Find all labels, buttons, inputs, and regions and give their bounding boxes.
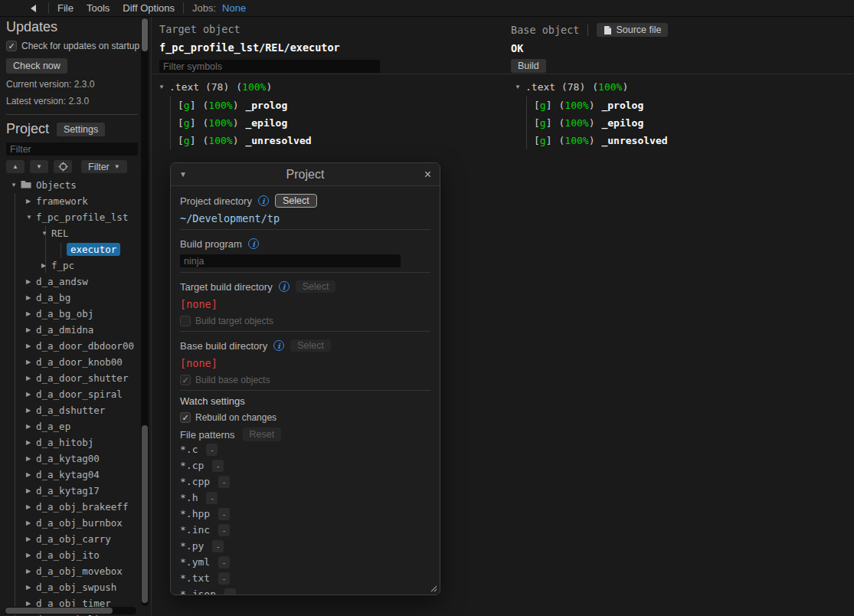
remove-pattern-button[interactable]: - xyxy=(224,588,236,596)
tree-item-d_a_obj_carry[interactable]: ▶d_a_obj_carry xyxy=(6,531,145,547)
tree-item-d_a_kytag04[interactable]: ▶d_a_kytag04 xyxy=(6,467,145,483)
info-icon[interactable]: i xyxy=(248,238,259,249)
chevron-right-icon[interactable]: ▶ xyxy=(26,439,36,446)
chevron-right-icon[interactable]: ▶ xyxy=(26,455,36,462)
tree-item-f_pc_profile_lst[interactable]: ▼f_pc_profile_lst xyxy=(6,209,145,225)
symbol-row-_prolog[interactable]: [g](100%)_prolog xyxy=(534,97,668,114)
base-build-directory-select-button[interactable]: Select xyxy=(290,339,331,352)
symbol-row-_prolog[interactable]: [g](100%)_prolog xyxy=(178,97,312,114)
chevron-right-icon[interactable]: ▶ xyxy=(41,262,51,269)
remove-pattern-button[interactable]: - xyxy=(218,508,230,520)
info-icon[interactable]: i xyxy=(279,281,290,292)
locate-current-button[interactable] xyxy=(54,160,72,173)
chevron-right-icon[interactable]: ▶ xyxy=(26,423,36,430)
chevron-right-icon[interactable]: ▶ xyxy=(26,600,36,607)
section-row[interactable]: ▼.text (78)(100%) xyxy=(515,78,668,95)
remove-pattern-button[interactable]: - xyxy=(206,492,218,504)
collapse-all-button[interactable]: ▲ xyxy=(6,160,25,173)
check-now-button[interactable]: Check now xyxy=(6,58,67,74)
symbol-row-_epilog[interactable]: [g](100%)_epilog xyxy=(178,114,312,132)
sidebar-hscrollbar-track[interactable] xyxy=(5,607,136,614)
back-button[interactable] xyxy=(26,2,40,15)
build-program-input[interactable] xyxy=(180,254,401,267)
symbol-row-_epilog[interactable]: [g](100%)_epilog xyxy=(534,114,668,132)
tree-item-d_a_dshutter[interactable]: ▶d_a_dshutter xyxy=(6,402,145,418)
chevron-right-icon[interactable]: ▶ xyxy=(26,278,36,285)
remove-pattern-button[interactable]: - xyxy=(212,460,224,472)
tree-item-d_a_dmidna[interactable]: ▶d_a_dmidna xyxy=(6,322,145,338)
chevron-down-icon[interactable]: ▼ xyxy=(41,230,51,237)
tree-item-d_a_bg[interactable]: ▶d_a_bg xyxy=(6,290,145,306)
symbol-row-_unresolved[interactable]: [g](100%)_unresolved xyxy=(178,132,312,149)
remove-pattern-button[interactable]: - xyxy=(212,540,224,552)
jobs-none-link[interactable]: None xyxy=(222,2,246,14)
project-directory-select-button[interactable]: Select xyxy=(275,194,317,208)
checkbox-icon[interactable] xyxy=(180,316,191,326)
tree-item-d_a_hitobj[interactable]: ▶d_a_hitobj xyxy=(6,434,145,451)
tree-item-d_a_obj_swpush[interactable]: ▶d_a_obj_swpush xyxy=(6,579,145,595)
chevron-right-icon[interactable]: ▶ xyxy=(26,326,36,333)
filter-symbols-input[interactable] xyxy=(159,60,380,73)
info-icon[interactable]: i xyxy=(258,195,269,206)
tree-item-d_a_door_spiral[interactable]: ▶d_a_door_spiral xyxy=(6,386,145,402)
section-row[interactable]: ▼.text (78)(100%) xyxy=(159,78,312,95)
tree-item-framework[interactable]: ▶framework xyxy=(6,193,145,209)
tree-item-d_a_kytag00[interactable]: ▶d_a_kytag00 xyxy=(6,451,145,467)
expand-all-button[interactable]: ▼ xyxy=(30,160,48,173)
chevron-right-icon[interactable]: ▶ xyxy=(26,342,36,349)
settings-button[interactable]: Settings xyxy=(57,123,105,136)
tree-item-f_pc[interactable]: ▶f_pc xyxy=(6,257,145,274)
symbol-row-_unresolved[interactable]: [g](100%)_unresolved xyxy=(534,132,668,149)
chevron-right-icon[interactable]: ▶ xyxy=(26,584,36,591)
chevron-right-icon[interactable]: ▶ xyxy=(26,519,36,526)
chevron-right-icon[interactable]: ▶ xyxy=(26,375,36,382)
tree-item-d_a_ep[interactable]: ▶d_a_ep xyxy=(6,418,145,434)
tree-item-d_a_andsw[interactable]: ▶d_a_andsw xyxy=(6,274,145,290)
tree-vscrollbar-thumb[interactable] xyxy=(142,425,148,603)
collapse-icon[interactable]: ▼ xyxy=(179,170,195,179)
target-build-directory-select-button[interactable]: Select xyxy=(296,280,336,293)
tree-filter-dropdown[interactable]: Filter ▼ xyxy=(81,160,127,173)
chevron-right-icon[interactable]: ▶ xyxy=(26,471,36,478)
chevron-right-icon[interactable]: ▶ xyxy=(26,294,36,301)
checkbox-icon[interactable]: ✓ xyxy=(180,375,191,385)
chevron-right-icon[interactable]: ▶ xyxy=(26,391,36,398)
tree-item-d_a_door_shutter[interactable]: ▶d_a_door_shutter xyxy=(6,370,145,386)
reset-button[interactable]: Reset xyxy=(243,428,282,441)
source-file-button[interactable]: Source file xyxy=(597,23,668,37)
tree-item-d_a_obj_ito[interactable]: ▶d_a_obj_ito xyxy=(6,547,145,563)
menu-item-tools[interactable]: Tools xyxy=(87,2,110,14)
dialog-titlebar[interactable]: ▼ Project × xyxy=(171,163,440,186)
close-icon[interactable]: × xyxy=(416,168,431,182)
tree-item-d_a_kytag17[interactable]: ▶d_a_kytag17 xyxy=(6,483,145,499)
tree-item-d_a_bg_obj[interactable]: ▶d_a_bg_obj xyxy=(6,306,145,322)
remove-pattern-button[interactable]: - xyxy=(218,572,230,585)
chevron-down-icon[interactable]: ▼ xyxy=(159,84,169,90)
remove-pattern-button[interactable]: - xyxy=(206,444,218,456)
tree-item-d_a_door_knob00[interactable]: ▶d_a_door_knob00 xyxy=(6,354,145,370)
check-updates-checkbox-row[interactable]: ✓ Check for updates on startup xyxy=(6,41,145,51)
remove-pattern-button[interactable]: - xyxy=(218,556,230,568)
build-base-objects-checkbox-row[interactable]: ✓ Build base objects xyxy=(180,375,430,385)
chevron-right-icon[interactable]: ▶ xyxy=(26,568,36,575)
tree-item-Objects[interactable]: ▼Objects xyxy=(6,177,145,193)
sidebar-vscrollbar-thumb[interactable] xyxy=(142,18,148,51)
chevron-right-icon[interactable]: ▶ xyxy=(26,487,36,494)
tree-item-d_a_obj_burnbox[interactable]: ▶d_a_obj_burnbox xyxy=(6,515,145,531)
rebuild-on-changes-checkbox-row[interactable]: ✓ Rebuild on changes xyxy=(180,412,430,423)
chevron-right-icon[interactable]: ▶ xyxy=(26,359,36,365)
chevron-right-icon[interactable]: ▶ xyxy=(26,310,36,317)
tree-item-d_a_door_dbdoor00[interactable]: ▶d_a_door_dbdoor00 xyxy=(6,338,145,354)
remove-pattern-button[interactable]: - xyxy=(218,524,230,536)
project-filter-input[interactable] xyxy=(6,143,138,156)
chevron-down-icon[interactable]: ▼ xyxy=(515,84,525,90)
checkbox-icon[interactable]: ✓ xyxy=(180,412,191,423)
checkbox-icon[interactable]: ✓ xyxy=(6,41,17,51)
info-icon[interactable]: i xyxy=(273,340,284,351)
tree-item-REL[interactable]: ▼REL xyxy=(6,225,145,241)
chevron-right-icon[interactable]: ▶ xyxy=(26,407,36,414)
menu-item-file[interactable]: File xyxy=(57,2,74,14)
tree-item-d_a_obj_brakeeff[interactable]: ▶d_a_obj_brakeeff xyxy=(6,499,145,515)
chevron-down-icon[interactable]: ▼ xyxy=(26,214,36,221)
tree-item-d_a_obj_movebox[interactable]: ▶d_a_obj_movebox xyxy=(6,563,145,579)
